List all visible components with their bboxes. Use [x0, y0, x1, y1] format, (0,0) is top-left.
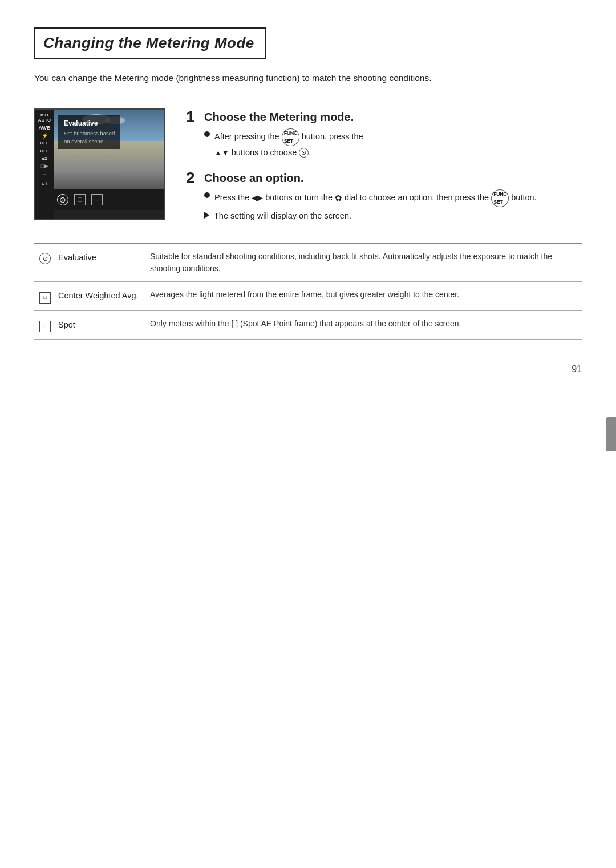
table-row-spot: · Spot Only meters within the [ ] (Spot … [34, 311, 582, 340]
title-box: Changing the Metering Mode [34, 27, 266, 59]
ev-icon: ±2 [37, 156, 52, 162]
bullet-dot-icon [204, 131, 210, 137]
step-2-heading: Choose an option. [204, 169, 582, 187]
center-weighted-icon-col: □ [34, 289, 56, 304]
step-2-bullet-1-text: Press the ◀▶ buttons or turn the ✿ dial … [214, 189, 537, 207]
quality-icon: ▲L [37, 181, 52, 188]
page-number-text: 91 [572, 364, 582, 374]
evaluative-metering-symbol: ⊙ [299, 148, 309, 158]
awb-icon: AWB [37, 125, 52, 132]
evaluative-name: Evaluative [56, 251, 150, 264]
left-right-arrows-icon: ◀▶ [252, 192, 263, 204]
overlay-sub2: on overall scene [64, 138, 115, 146]
center-weighted-desc: Averages the light metered from the enti… [150, 289, 582, 301]
table-row-evaluative: ⊙ Evaluative Suitable for standard shoot… [34, 244, 582, 282]
step-1-number: 1 [186, 108, 198, 126]
spot-icon-col: · [34, 318, 56, 332]
evaluative-icon: ⊙ [39, 253, 51, 264]
camera-main: Evaluative Set brightness based on overa… [54, 110, 164, 219]
camera-sidebar: ISOAUTO AWB ⚡OFF OFF ±2 □▶ □ ▲L [35, 110, 54, 219]
step-2-bullet-1: Press the ◀▶ buttons or turn the ✿ dial … [204, 189, 582, 207]
metering-center-icon: □ [74, 194, 86, 205]
spot-desc: Only meters within the [ ] (Spot AE Poin… [150, 318, 582, 330]
step-2-bullet-2: The setting will display on the screen. [204, 209, 582, 223]
intro-text: You can change the Metering mode (bright… [34, 71, 582, 85]
table-section: ⊙ Evaluative Suitable for standard shoot… [34, 244, 582, 340]
right-tab [606, 417, 616, 451]
overlay-sub1: Set brightness based [64, 130, 115, 138]
step-1-bullet-1: After pressing the FUNCSET button, press… [204, 128, 582, 159]
camera-overlay: Evaluative Set brightness based on overa… [58, 115, 120, 149]
step-2-content: Choose an option. Press the ◀▶ buttons o… [204, 169, 582, 225]
evaluative-icon-col: ⊙ [34, 251, 56, 265]
triangle-arrow-icon [204, 212, 209, 219]
step-2: 2 Choose an option. Press the ◀▶ buttons… [186, 169, 582, 225]
func-set-icon-1: FUNCSET [282, 128, 299, 146]
steps-column: 1 Choose the Metering mode. After pressi… [186, 108, 582, 233]
func-set-icon-2: FUNCSET [491, 189, 509, 207]
size-icon: □ [37, 172, 52, 179]
center-weighted-icon: □ [39, 292, 51, 304]
camera-bottom-bar: ⊙ □ · [54, 189, 164, 210]
camera-photo: Evaluative Set brightness based on overa… [54, 110, 165, 189]
page-title: Changing the Metering Mode [43, 34, 254, 51]
step-1-content: Choose the Metering mode. After pressing… [204, 108, 582, 162]
iso-icon: ISOAUTO [37, 113, 52, 123]
mode-icon: OFF [37, 148, 52, 154]
step-1: 1 Choose the Metering mode. After pressi… [186, 108, 582, 162]
metering-evaluative-icon: ⊙ [57, 194, 68, 205]
evaluative-desc: Suitable for standard shooting condition… [150, 251, 582, 274]
main-section: ISOAUTO AWB ⚡OFF OFF ±2 □▶ □ ▲L Evaluati… [34, 98, 582, 244]
overlay-title: Evaluative [64, 119, 115, 128]
page-number: 91 [34, 362, 582, 376]
center-weighted-name: Center Weighted Avg. [56, 289, 150, 302]
step-1-body: After pressing the FUNCSET button, press… [204, 128, 582, 159]
table-row-center-weighted: □ Center Weighted Avg. Averages the ligh… [34, 282, 582, 311]
bullet-dot-icon-2 [204, 192, 210, 198]
camera-screen: ISOAUTO AWB ⚡OFF OFF ±2 □▶ □ ▲L Evaluati… [34, 108, 165, 220]
step-2-number: 2 [186, 169, 198, 187]
flash-icon: ⚡OFF [37, 133, 52, 146]
aspect-icon: □▶ [37, 163, 52, 170]
step-2-body: Press the ◀▶ buttons or turn the ✿ dial … [204, 189, 582, 223]
step-1-heading: Choose the Metering mode. [204, 108, 582, 126]
spot-icon: · [39, 321, 51, 332]
metering-spot-icon: · [91, 194, 103, 205]
up-down-arrows-icon: ▲▼ [214, 147, 229, 159]
step-1-bullet-1-text: After pressing the FUNCSET button, press… [214, 128, 363, 159]
dial-icon: ✿ [335, 191, 342, 205]
spot-name: Spot [56, 318, 150, 332]
step-2-bullet-2-text: The setting will display on the screen. [214, 209, 351, 223]
